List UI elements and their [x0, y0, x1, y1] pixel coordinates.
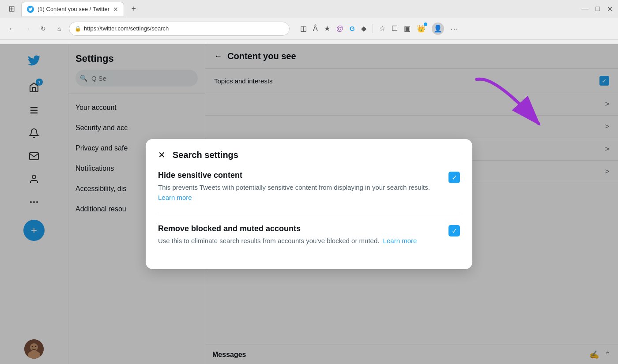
reader-icon[interactable]: Â	[313, 25, 318, 33]
tab-favicon	[27, 6, 34, 13]
remove-blocked-desc: Use this to eliminate search results fro…	[158, 236, 440, 246]
browser-tools: ◫ Â ★ @ G ◆ ☆ ☐ ▣ 👑 👤 ⋯	[300, 23, 458, 35]
puzzle-icon[interactable]: ◆	[361, 24, 366, 33]
modal-close-btn[interactable]: ✕	[158, 150, 166, 160]
hide-sensitive-checkbox[interactable]: ✓	[448, 172, 460, 183]
learn-more-link-2[interactable]: Learn more	[383, 237, 417, 244]
sidebar-toggle-btn[interactable]: ⊞	[5, 3, 18, 15]
extensions-icon[interactable]: ◫	[300, 24, 307, 33]
hide-sensitive-desc: This prevents Tweets with potentially se…	[158, 183, 440, 203]
modal-header: ✕ Search settings	[158, 150, 460, 160]
address-bar[interactable]: 🔒 https://twitter.com/settings/search	[69, 22, 290, 36]
learn-more-link-1[interactable]: Learn more	[158, 194, 192, 201]
refresh-btn[interactable]: ↻	[37, 23, 49, 35]
modal-overlay[interactable]: ✕ Search settings Hide sensitive content…	[0, 44, 618, 364]
remove-blocked-text: Remove blocked and muted accounts Use th…	[158, 224, 440, 246]
lock-icon: 🔒	[75, 26, 81, 32]
tab-title: (1) Content you see / Twitter	[38, 6, 109, 12]
browser-nav-bar: ← → ↻ ⌂ 🔒 https://twitter.com/settings/s…	[0, 18, 618, 40]
back-btn[interactable]: ←	[5, 23, 18, 35]
hide-sensitive-title: Hide sensitive content	[158, 171, 440, 180]
tab-close-btn[interactable]: ✕	[113, 6, 118, 13]
favorites-icon[interactable]: ★	[324, 24, 330, 33]
hide-sensitive-row: Hide sensitive content This prevents Twe…	[158, 171, 460, 203]
screenshot-icon[interactable]: ▣	[404, 24, 411, 33]
at-icon[interactable]: @	[336, 25, 343, 33]
hide-sensitive-text: Hide sensitive content This prevents Twe…	[158, 171, 440, 203]
collections-icon[interactable]: ☐	[392, 24, 398, 33]
modal-divider	[158, 215, 460, 215]
close-btn[interactable]: ✕	[607, 5, 613, 13]
page-body: 1	[0, 44, 618, 364]
browser-tab[interactable]: (1) Content you see / Twitter ✕	[21, 2, 124, 16]
remove-blocked-checkbox[interactable]: ✓	[448, 225, 460, 236]
modal-section-sensitive: Hide sensitive content This prevents Twe…	[158, 171, 460, 203]
browser-more-btn[interactable]: ⋯	[450, 24, 458, 34]
browser-chrome: ⊞ (1) Content you see / Twitter ✕ + — □ …	[0, 0, 618, 44]
remove-blocked-title: Remove blocked and muted accounts	[158, 224, 440, 233]
forward-btn[interactable]: →	[21, 23, 34, 35]
grammarly-icon[interactable]: G	[350, 25, 355, 32]
search-settings-modal: ✕ Search settings Hide sensitive content…	[146, 139, 472, 269]
win-controls: — □ ✕	[581, 5, 613, 13]
modal-title: Search settings	[173, 150, 238, 160]
modal-section-blocked: Remove blocked and muted accounts Use th…	[158, 224, 460, 246]
minimize-btn[interactable]: —	[581, 5, 588, 13]
browser-profile-avatar[interactable]: 👤	[432, 23, 444, 35]
remove-blocked-row: Remove blocked and muted accounts Use th…	[158, 224, 460, 246]
profile-icon[interactable]: 👑	[417, 24, 426, 33]
favorites-icon2[interactable]: ☆	[379, 24, 385, 33]
maximize-btn[interactable]: □	[595, 5, 600, 13]
url-text: https://twitter.com/settings/search	[84, 25, 169, 32]
browser-title-bar: ⊞ (1) Content you see / Twitter ✕ + — □ …	[0, 0, 618, 18]
home-nav-btn[interactable]: ⌂	[53, 23, 65, 35]
new-tab-btn[interactable]: +	[128, 3, 140, 15]
arrow-annotation	[468, 71, 565, 143]
